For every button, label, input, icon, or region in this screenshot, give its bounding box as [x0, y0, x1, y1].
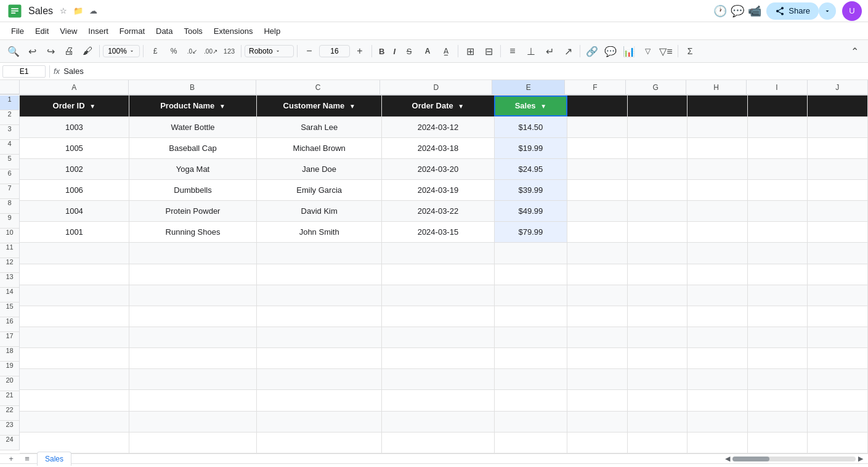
cell-C7[interactable]: John Smith [257, 222, 382, 243]
font-size-increase-btn[interactable]: + [351, 43, 368, 60]
italic-btn[interactable]: I [389, 46, 399, 57]
cell-F10[interactable] [567, 285, 628, 306]
cell-B13[interactable] [129, 348, 256, 369]
cell-F6[interactable] [567, 201, 628, 222]
cell-B15[interactable] [129, 390, 256, 411]
filter-icon-product-name[interactable]: ▼ [219, 103, 225, 110]
row-num-9[interactable]: 9 [0, 214, 20, 229]
collapse-toolbar-btn[interactable]: ⌃ [846, 43, 863, 60]
cell-J7[interactable] [808, 222, 868, 243]
cell-E14[interactable] [494, 369, 567, 390]
cell-G12[interactable] [627, 327, 688, 348]
cell-I8[interactable] [747, 243, 808, 264]
cell-J16[interactable] [808, 411, 868, 432]
cell-A8[interactable] [20, 243, 129, 264]
cell-G11[interactable] [627, 306, 688, 327]
cell-E17[interactable] [494, 432, 567, 453]
row-num-16[interactable]: 16 [0, 317, 20, 332]
cell-A15[interactable] [20, 390, 129, 411]
cell-J13[interactable] [808, 348, 868, 369]
cell-J10[interactable] [808, 285, 868, 306]
cell-G8[interactable] [627, 243, 688, 264]
highlight-btn[interactable]: A̲ [437, 43, 455, 60]
cell-H8[interactable] [688, 243, 748, 264]
filter-icon-sales[interactable]: ▼ [540, 103, 546, 110]
col-header-A[interactable]: A [20, 80, 129, 95]
cell-D8[interactable] [382, 243, 495, 264]
comment-btn[interactable]: 💬 [602, 43, 619, 60]
decrease-decimal-btn[interactable]: .0↙ [184, 43, 201, 60]
cell-C15[interactable] [257, 390, 382, 411]
cell-C8[interactable] [257, 243, 382, 264]
cell-E16[interactable] [494, 411, 567, 432]
share-button[interactable]: Share [766, 2, 819, 20]
cell-reference[interactable]: E1 [2, 65, 46, 78]
row-num-24[interactable]: 24 [0, 436, 20, 450]
increase-decimal-btn[interactable]: .00↗ [202, 43, 219, 60]
cell-I7[interactable] [747, 222, 808, 243]
h-scrollbar-track[interactable] [732, 457, 856, 461]
cell-A13[interactable] [20, 348, 129, 369]
scroll-left-btn[interactable]: ◀ [725, 455, 730, 463]
cell-G9[interactable] [627, 264, 688, 285]
filter-icon-customer-name[interactable]: ▼ [349, 103, 355, 110]
cell-J11[interactable] [808, 306, 868, 327]
row-num-4[interactable]: 4 [0, 140, 20, 155]
cell-B3[interactable]: Baseball Cap [129, 137, 256, 158]
bold-btn[interactable]: B [375, 46, 388, 57]
cell-D15[interactable] [382, 390, 495, 411]
cell-G7[interactable] [627, 222, 688, 243]
cell-D5[interactable]: 2024-03-19 [382, 180, 495, 201]
row-num-3[interactable]: 3 [0, 125, 20, 140]
cell-H15[interactable] [688, 390, 748, 411]
rotate-btn[interactable]: ↗ [559, 43, 577, 60]
header-order-id[interactable]: Order ID ▼ [20, 95, 129, 116]
star-icon[interactable]: ☆ [58, 6, 69, 17]
cell-J6[interactable] [808, 201, 868, 222]
menu-tools[interactable]: Tools [179, 25, 207, 38]
font-selector[interactable]: Roboto [245, 45, 294, 57]
cell-I9[interactable] [747, 264, 808, 285]
cell-J8[interactable] [808, 243, 868, 264]
row-num-17[interactable]: 17 [0, 332, 20, 347]
cell-A9[interactable] [20, 264, 129, 285]
cell-C17[interactable] [257, 432, 382, 453]
header-sales[interactable]: Sales ▼ [494, 95, 567, 116]
cell-D6[interactable]: 2024-03-22 [382, 201, 495, 222]
formula-content[interactable]: Sales [63, 67, 84, 76]
cell-H10[interactable] [688, 285, 748, 306]
col-header-I[interactable]: I [747, 80, 807, 95]
cell-D4[interactable]: 2024-03-20 [382, 158, 495, 179]
cell-H9[interactable] [688, 264, 748, 285]
cell-G16[interactable] [627, 411, 688, 432]
print-btn[interactable]: 🖨 [60, 43, 78, 60]
cell-H17[interactable] [688, 432, 748, 453]
cell-A10[interactable] [20, 285, 129, 306]
cell-A7[interactable]: 1001 [20, 222, 129, 243]
text-color-btn[interactable]: A [419, 43, 436, 60]
folder-icon[interactable]: 📁 [73, 6, 84, 17]
menu-help[interactable]: Help [259, 25, 285, 38]
user-avatar[interactable]: U [842, 1, 862, 21]
cell-I11[interactable] [747, 306, 808, 327]
row-num-5[interactable]: 5 [0, 155, 20, 169]
cell-G4[interactable] [627, 158, 688, 179]
cell-I12[interactable] [747, 327, 808, 348]
cell-C3[interactable]: Michael Brown [257, 137, 382, 158]
cell-B12[interactable] [129, 327, 256, 348]
chart-btn[interactable]: 📊 [620, 43, 638, 60]
cell-C11[interactable] [257, 306, 382, 327]
cell-A14[interactable] [20, 369, 129, 390]
row-num-15[interactable]: 15 [0, 303, 20, 317]
borders-btn[interactable]: ⊞ [461, 43, 479, 60]
row-num-12[interactable]: 12 [0, 258, 20, 273]
filter-icon-order-date[interactable]: ▼ [458, 103, 464, 110]
cell-J17[interactable] [808, 432, 868, 453]
header-product-name[interactable]: Product Name ▼ [129, 95, 256, 116]
col-header-E[interactable]: E [492, 80, 565, 95]
row-num-2[interactable]: 2 [0, 110, 20, 125]
valign-btn[interactable]: ⊥ [522, 43, 540, 60]
cell-H7[interactable] [688, 222, 748, 243]
cell-G5[interactable] [627, 180, 688, 201]
strikethrough-btn[interactable]: S [400, 43, 418, 60]
